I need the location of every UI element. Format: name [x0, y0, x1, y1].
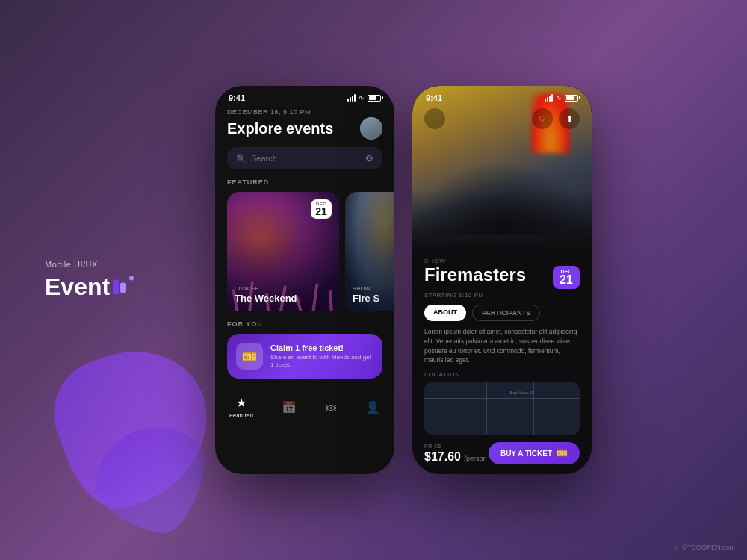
- concert-name: The Weekend: [235, 293, 297, 304]
- share-button[interactable]: ⬆: [559, 108, 580, 129]
- tab-participants[interactable]: PARTICIPANTS: [472, 305, 540, 321]
- featured-label: FEATURED: [215, 178, 394, 192]
- avatar-image: [360, 117, 382, 140]
- price-section: PRICE $17.60 /person: [424, 444, 486, 464]
- ticket-icon: 🎫: [242, 349, 257, 364]
- price-value: $17.60: [424, 450, 461, 463]
- detail-title: Firemasters: [424, 266, 526, 284]
- wifi-icon-1: ∿: [359, 94, 365, 102]
- brand-section: Mobile UI/UX Event: [45, 260, 134, 301]
- detail-starting: STARTING 9:10 PM: [424, 292, 580, 299]
- search-icon: 🔍: [236, 154, 247, 164]
- events-nav-icon: 📅: [282, 400, 297, 414]
- hero-overlay: [412, 190, 592, 250]
- ticket-icon-box: 🎫: [236, 343, 263, 370]
- concert-date-day: 21: [315, 206, 327, 217]
- price-row: PRICE $17.60 /person BUY A TICKET 🎫: [424, 442, 580, 464]
- detail-date-badge: DEC 21: [553, 266, 580, 289]
- detail-date-day: 21: [559, 274, 574, 286]
- featured-nav-label: Featured: [229, 412, 253, 419]
- detail-actions: ♡ ⬆: [532, 108, 580, 129]
- avatar[interactable]: [360, 117, 382, 140]
- map-road-v1: [486, 382, 487, 435]
- event-card-concert[interactable]: DEC 21 CONCERT The Weekend: [227, 192, 339, 311]
- search-bar[interactable]: 🔍 Search ⚙: [227, 147, 382, 169]
- signal-icon-2: [545, 94, 553, 102]
- price-label: PRICE: [424, 444, 486, 449]
- event-card-show[interactable]: SHOW Fire S: [345, 192, 394, 311]
- profile-nav-icon: 👤: [365, 400, 380, 414]
- explore-header: DECEMBER 16, 9:10 PM Explore events: [215, 105, 394, 147]
- search-placeholder: Search: [251, 154, 277, 163]
- detail-title-row: Firemasters DEC 21: [424, 266, 580, 289]
- brand-label: Mobile UI/UX: [45, 260, 134, 269]
- status-icons-2: ∿: [545, 94, 578, 102]
- show-name: Fire S: [353, 293, 379, 304]
- wifi-icon-2: ∿: [556, 94, 562, 102]
- explore-title-row: Explore events: [227, 117, 382, 140]
- concert-info: CONCERT The Weekend: [235, 286, 297, 304]
- brand-name: Event: [45, 273, 134, 301]
- brand-icon: [113, 279, 126, 294]
- for-you-title: Claim 1 free ticket!: [270, 343, 374, 352]
- nav-item-tickets[interactable]: 🎟: [325, 401, 337, 414]
- status-time-2: 9:41: [426, 93, 442, 102]
- for-you-label: FOR YOU: [215, 320, 394, 334]
- concert-date-badge: DEC 21: [311, 199, 332, 219]
- buy-ticket-label: BUY A TICKET: [500, 449, 552, 458]
- battery-icon-1: [368, 95, 381, 102]
- map-street-label: Bay View St: [509, 391, 533, 395]
- tickets-nav-icon: 🎟: [325, 401, 337, 414]
- tab-about[interactable]: ABOUT: [424, 305, 466, 321]
- for-you-text: Claim 1 free ticket! Share an event to w…: [270, 343, 374, 370]
- detail-header-overlay: ← ♡ ⬆: [412, 108, 592, 129]
- location-label: LOCATION: [424, 371, 580, 378]
- nav-item-featured[interactable]: ★ Featured: [229, 396, 253, 419]
- favorite-button[interactable]: ♡: [532, 108, 553, 129]
- map-placeholder[interactable]: Bay View St: [424, 382, 580, 435]
- concert-type: CONCERT: [235, 286, 297, 291]
- buy-ticket-icon: 🎫: [557, 448, 568, 458]
- watermark: ⌂ ©TOOOPEN.com: [675, 544, 735, 551]
- search-left: 🔍 Search: [236, 154, 277, 164]
- filter-icon[interactable]: ⚙: [365, 153, 374, 164]
- watermark-text: ©TOOOPEN.com: [682, 544, 735, 551]
- phone2-inner: 9:41 ∿: [412, 86, 592, 474]
- status-bar-2: 9:41 ∿: [412, 86, 592, 105]
- price-value-row: $17.60 /person: [424, 450, 486, 464]
- nav-item-profile[interactable]: 👤: [365, 400, 380, 414]
- battery-icon-2: [565, 95, 578, 102]
- signal-icon-1: [347, 94, 356, 102]
- status-icons-1: ∿: [347, 94, 381, 102]
- featured-nav-icon: ★: [236, 396, 247, 410]
- price-per: /person: [464, 455, 486, 462]
- map-road-h2: [424, 414, 580, 414]
- bottom-nav: ★ Featured 📅 🎟 👤: [215, 388, 394, 429]
- detail-show-type: SHOW: [424, 258, 580, 264]
- show-type: SHOW: [353, 286, 379, 291]
- featured-scroll: DEC 21 CONCERT The Weekend SHOW Fire S: [215, 192, 394, 311]
- phone-explore: 9:41 ∿ DECEMBER 16, 9:10 PM Explore even…: [215, 86, 394, 474]
- for-you-desc: Share an event to with friends and get 1…: [270, 354, 374, 370]
- explore-date: DECEMBER 16, 9:10 PM: [227, 108, 382, 116]
- back-button[interactable]: ←: [424, 108, 445, 129]
- detail-content: SHOW Firemasters DEC 21 STARTING 9:10 PM…: [412, 250, 592, 474]
- detail-tabs: ABOUT PARTICIPANTS: [424, 305, 580, 321]
- status-time-1: 9:41: [229, 93, 245, 102]
- show-info: SHOW Fire S: [353, 286, 379, 304]
- explore-title: Explore events: [227, 120, 333, 137]
- status-bar-1: 9:41 ∿: [215, 86, 394, 105]
- buy-ticket-button[interactable]: BUY A TICKET 🎫: [489, 442, 580, 464]
- map-grid: Bay View St: [424, 382, 580, 435]
- map-road-h1: [424, 398, 580, 399]
- phone-detail: 9:41 ∿: [412, 86, 592, 474]
- detail-hero: 9:41 ∿: [412, 86, 592, 250]
- phone1-inner: 9:41 ∿ DECEMBER 16, 9:10 PM Explore even…: [215, 86, 394, 474]
- brand-dot: [129, 276, 134, 281]
- watermark-house-icon: ⌂: [675, 544, 679, 551]
- detail-description: Lorem ipsum dolor sit amet, consectetur …: [424, 327, 580, 365]
- phones-container: 9:41 ∿ DECEMBER 16, 9:10 PM Explore even…: [215, 86, 592, 474]
- nav-item-events[interactable]: 📅: [282, 400, 297, 414]
- brand-text: Event: [45, 273, 110, 301]
- for-you-card[interactable]: 🎫 Claim 1 free ticket! Share an event to…: [227, 334, 382, 379]
